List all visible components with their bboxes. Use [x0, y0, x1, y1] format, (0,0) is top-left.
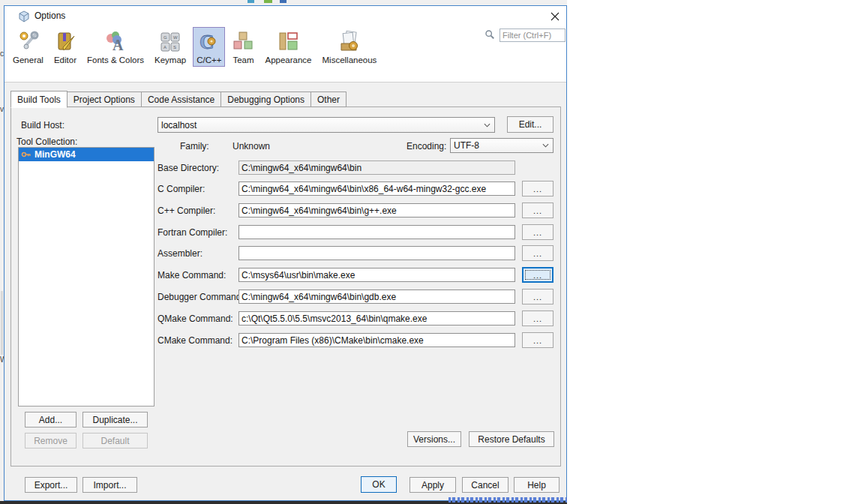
titlebar[interactable]: Options	[4, 6, 566, 26]
filter-area	[500, 28, 566, 42]
default-button: Default	[82, 433, 148, 448]
assembler-input[interactable]	[238, 246, 515, 260]
category-cpp[interactable]: C C/C++	[193, 27, 225, 67]
build-host-value: localhost	[161, 120, 196, 130]
build-host-combobox[interactable]: localhost	[158, 117, 495, 133]
category-fonts-colors[interactable]: A Fonts & Colors	[83, 27, 148, 67]
svg-text:A: A	[112, 37, 124, 52]
category-label: General	[13, 56, 44, 64]
cmake-command-browse-button[interactable]: ...	[522, 332, 554, 348]
close-icon	[550, 12, 560, 21]
category-team[interactable]: Team	[228, 27, 258, 67]
qmake-command-input[interactable]	[238, 311, 515, 326]
filter-input[interactable]	[500, 28, 566, 42]
cmake-command-input[interactable]	[238, 333, 515, 347]
gears-wrench-icon	[16, 30, 39, 52]
add-button[interactable]: Add...	[25, 412, 76, 428]
fonts-colors-icon: A	[104, 30, 127, 52]
edit-button[interactable]: Edit...	[507, 116, 554, 133]
debugger-command-browse-button[interactable]: ...	[522, 289, 554, 304]
qmake-command-browse-button[interactable]: ...	[522, 310, 554, 326]
fortran-compiler-input[interactable]	[238, 225, 515, 239]
restore-defaults-button[interactable]: Restore Defaults	[469, 431, 554, 447]
fortran-compiler-browse-button[interactable]: ...	[522, 224, 554, 240]
export-button[interactable]: Export...	[25, 477, 77, 493]
background-clipped-text-fragment	[448, 497, 567, 502]
apply-button[interactable]: Apply	[410, 477, 456, 493]
encoding-label: Encoding:	[406, 141, 446, 152]
tool-collection-item-label: MinGW64	[34, 149, 76, 160]
debugger-command-row: Debugger Command: ...	[4, 290, 566, 306]
appearance-layout-icon	[277, 30, 299, 52]
encoding-value: UTF-8	[454, 140, 479, 151]
assembler-browse-button[interactable]: ...	[522, 245, 554, 261]
debugger-command-input[interactable]	[238, 290, 515, 304]
qmake-command-label: QMake Command:	[158, 314, 233, 324]
base-directory-row: Base Directory:	[4, 160, 566, 177]
build-host-label: Build Host:	[21, 120, 64, 130]
key-icon	[21, 149, 32, 160]
ok-button[interactable]: OK	[361, 476, 397, 493]
misc-files-gear-icon	[338, 30, 361, 52]
cpp-compiler-row: C++ Compiler: ...	[4, 203, 566, 220]
make-command-input[interactable]	[238, 268, 515, 282]
category-general[interactable]: General	[9, 27, 47, 67]
base-directory-label: Base Directory:	[158, 163, 219, 173]
category-label: Appearance	[265, 56, 311, 64]
cpp-compiler-label: C++ Compiler:	[158, 206, 215, 216]
svg-text:W: W	[173, 35, 178, 40]
make-command-label: Make Command:	[158, 270, 226, 280]
list-item-mingw64[interactable]: MinGW64	[19, 148, 154, 161]
background-icon-fragment	[280, 0, 286, 3]
category-label: Editor	[54, 56, 76, 64]
assembler-row: Assembler: ...	[4, 246, 566, 262]
background-icon-fragment	[248, 0, 254, 3]
c-compiler-input[interactable]	[238, 182, 515, 196]
category-label: Fonts & Colors	[87, 56, 144, 64]
search-icon	[484, 29, 495, 40]
cancel-button[interactable]: Cancel	[462, 477, 508, 493]
cpp-compiler-browse-button[interactable]: ...	[522, 202, 554, 218]
team-cubes-icon	[232, 30, 254, 52]
tab-debugging-options[interactable]: Debugging Options	[221, 92, 311, 107]
background-icon-fragment	[264, 0, 272, 3]
assembler-label: Assembler:	[158, 248, 202, 259]
close-button[interactable]	[548, 10, 562, 23]
category-editor[interactable]: Editor	[50, 27, 80, 67]
category-keymap[interactable]: GWAS Keymap	[151, 27, 190, 67]
options-dialog: Options General	[4, 5, 567, 501]
screen: c vi W Options	[0, 0, 864, 504]
c-compiler-browse-button[interactable]: ...	[522, 181, 554, 196]
base-directory-input	[238, 160, 515, 175]
versions-button[interactable]: Versions...	[407, 431, 461, 447]
svg-text:A: A	[164, 45, 166, 50]
category-label: Team	[232, 56, 254, 64]
cpp-icon: C	[198, 30, 220, 52]
dialog-title: Options	[34, 10, 65, 21]
help-button[interactable]: Help	[514, 477, 560, 493]
tool-collection-label: Tool Collection:	[16, 136, 77, 147]
tab-build-tools[interactable]: Build Tools	[10, 91, 68, 108]
family-value: Unknown	[232, 141, 270, 152]
category-toolbar: General Editor A	[9, 27, 380, 67]
category-appearance[interactable]: Appearance	[261, 27, 315, 67]
tab-strip: Build Tools Project Options Code Assista…	[10, 91, 346, 107]
duplicate-button[interactable]: Duplicate...	[82, 412, 148, 428]
make-command-browse-button[interactable]: ...	[522, 267, 554, 283]
remove-button: Remove	[25, 433, 76, 448]
tab-code-assistance[interactable]: Code Assistance	[142, 92, 221, 107]
chevron-down-icon	[542, 143, 549, 148]
cpp-compiler-input[interactable]	[238, 203, 515, 218]
debugger-command-label: Debugger Command:	[158, 292, 244, 302]
background-app-top-sliver	[0, 0, 567, 5]
encoding-combobox[interactable]: UTF-8	[450, 138, 554, 153]
tab-other[interactable]: Other	[311, 92, 346, 107]
category-miscellaneous[interactable]: Miscellaneous	[319, 27, 381, 67]
book-pencil-icon	[54, 30, 76, 52]
import-button[interactable]: Import...	[82, 477, 137, 493]
category-label: Miscellaneous	[322, 56, 377, 64]
svg-text:G: G	[164, 35, 167, 40]
tab-project-options[interactable]: Project Options	[68, 92, 142, 107]
cmake-command-row: CMake Command: ...	[4, 333, 566, 350]
dialog-header: Options General	[4, 6, 566, 82]
